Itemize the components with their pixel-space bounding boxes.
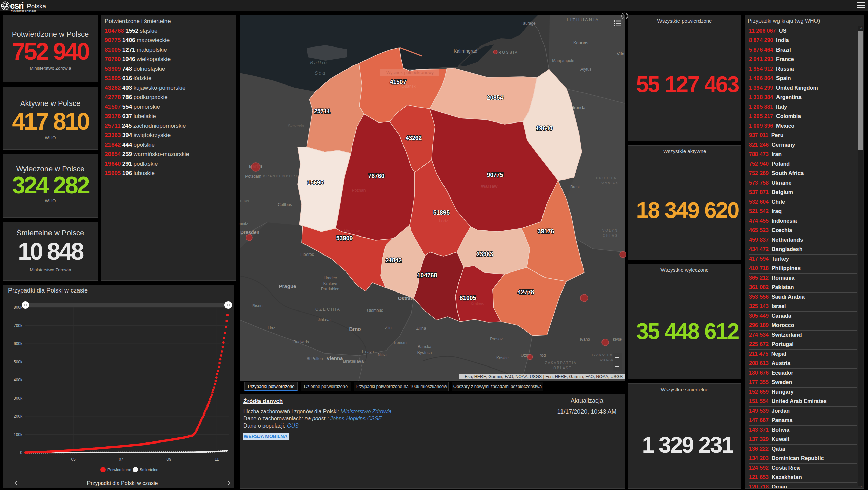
svg-text:Bratislava: Bratislava [343,359,364,364]
svg-text:TERN: TERN [239,199,249,203]
svg-text:81005: 81005 [460,295,476,301]
svg-text:90775: 90775 [487,172,504,178]
svg-text:L I T H U A N I A: L I T H U A N I A [567,17,598,22]
svg-text:20854: 20854 [487,94,504,101]
svg-text:Trencin: Trencin [393,340,407,345]
svg-text:39176: 39176 [538,228,554,235]
svg-text:THE SCIENCE OF WHERE: THE SCIENCE OF WHERE [11,10,37,12]
svg-text:104768: 104768 [417,272,437,279]
svg-text:Z A K A R P A T T I A: Z A K A R P A T T I A [545,361,576,365]
svg-text:Lodz: Lodz [439,219,448,223]
svg-text:Alytus: Alytus [580,67,592,72]
svg-text:Hradec: Hradec [324,276,337,280]
svg-text:O B L A S T: O B L A S T [603,234,620,238]
svg-text:Potwierdzone: Potwierdzone [107,468,131,472]
svg-text:Budweis: Budweis [293,340,309,344]
svg-text:Bystrica: Bystrica [417,350,432,355]
svg-text:Przypadki dla Polski w czasie: Przypadki dla Polski w czasie [87,480,158,486]
svg-text:500k: 500k [14,360,23,364]
svg-text:76760: 76760 [368,173,385,180]
svg-text:Kosice: Kosice [496,356,509,360]
svg-text:15695: 15695 [307,179,324,186]
svg-text:0: 0 [20,450,22,455]
svg-text:kivsk: kivsk [613,337,623,342]
svg-text:51895: 51895 [433,209,450,216]
svg-text:Potsdam: Potsdam [245,174,261,179]
svg-text:Warsaw: Warsaw [481,184,498,189]
svg-text:Linz: Linz [268,326,275,331]
svg-text:05: 05 [71,457,76,462]
svg-text:41507: 41507 [390,79,407,86]
svg-text:Wroclaw: Wroclaw [344,229,360,233]
svg-text:Banska: Banska [418,344,431,349]
svg-text:Wycinek pełnoekranowy: Wycinek pełnoekranowy [386,70,434,75]
svg-text:Trnava: Trnava [361,349,374,354]
svg-text:C Z E C H I A: C Z E C H I A [315,307,340,312]
svg-text:Szczecin: Szczecin [288,124,304,128]
svg-text:Viln: Viln [617,51,624,56]
svg-text:Kaliningrad: Kaliningrad [454,48,477,54]
svg-text:19640: 19640 [536,125,553,132]
svg-text:07: 07 [119,457,123,462]
svg-text:Olomouc: Olomouc [367,308,383,313]
svg-text:Presov: Presov [490,337,502,341]
svg-text:Polska: Polska [27,3,46,10]
svg-text:Prague: Prague [279,283,296,289]
svg-text:Vienna: Vienna [327,355,343,361]
svg-text:Pardubice: Pardubice [321,287,339,291]
svg-text:Zlin: Zlin [385,325,391,330]
svg-text:Baltic: Baltic [310,60,328,65]
svg-text:V O B L A S: V O B L A S [601,182,617,185]
svg-text:53909: 53909 [336,235,353,242]
svg-text:21842: 21842 [386,257,402,264]
svg-text:esri: esri [10,1,24,11]
svg-text:mnitz: mnitz [239,221,249,226]
svg-text:Esri, HERE, Garmin, FAO, NOAA,: Esri, HERE, Garmin, FAO, NOAA, USGS | Es… [465,374,623,379]
svg-text:B R A N D E N B U R G: B R A N D E N B U R G [263,174,299,178]
svg-text:Przypadki dla Polski w czasie: Przypadki dla Polski w czasie [8,287,88,294]
svg-text:H R O D Z E N: H R O D Z E N [596,176,616,180]
svg-text:Krakow: Krakow [471,302,484,306]
svg-text:rod: rod [540,353,546,358]
svg-text:Marijampole: Marijampole [552,58,574,63]
svg-text:R U S S I A: R U S S I A [498,50,517,54]
svg-text:Ivano: Ivano [580,337,590,342]
svg-text:Zilina: Zilina [416,326,426,331]
svg-text:25711: 25711 [314,108,330,115]
svg-text:Śmiertelne: Śmiertelne [140,468,158,472]
svg-text:300k: 300k [14,396,23,401]
svg-text:Cottbus: Cottbus [278,202,292,207]
svg-text:42778: 42778 [518,289,534,296]
svg-text:Poznan: Poznan [352,188,366,193]
svg-text:Brno: Brno [349,326,361,332]
svg-text:Jihlava: Jihlava [318,317,331,322]
svg-text:200k: 200k [14,414,23,419]
svg-text:Kaunas: Kaunas [573,40,589,45]
svg-text:Plisen: Plisen [252,303,263,308]
svg-text:700k: 700k [14,323,23,328]
svg-text:800k: 800k [14,305,23,310]
svg-text:09: 09 [167,457,172,462]
svg-text:V O L Y N: V O L Y N [602,229,617,232]
svg-text:100k: 100k [14,432,23,437]
svg-text:600k: 600k [14,341,23,346]
svg-text:Kralove: Kralove [323,281,337,286]
svg-text:O B L A S T: O B L A S T [553,366,571,370]
svg-text:Taurage: Taurage [521,21,536,26]
svg-text:23363: 23363 [477,251,493,258]
svg-text:Liberec: Liberec [300,252,314,257]
svg-text:11: 11 [215,457,219,462]
svg-text:400k: 400k [14,378,23,382]
svg-text:Nitra: Nitra [378,352,387,357]
svg-text:St Polten: St Polten [307,356,323,361]
svg-text:43262: 43262 [406,135,422,142]
svg-text:Brest: Brest [570,185,580,189]
svg-text:Sea: Sea [315,70,326,76]
